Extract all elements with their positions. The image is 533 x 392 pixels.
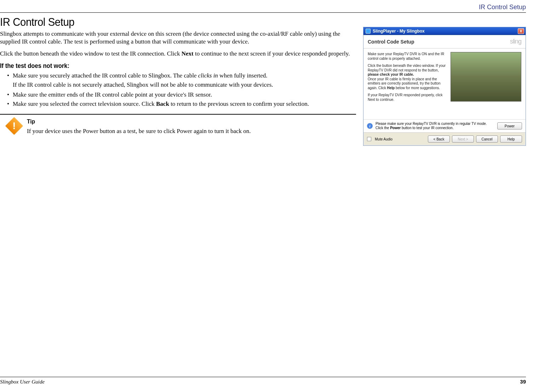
text: when fully inserted. [218,72,268,79]
cancel-button[interactable]: Cancel [476,136,498,143]
text: If your ReplayTV DVR responded properly,… [368,93,447,102]
text-bold: Power [390,126,401,130]
running-header: IR Control Setup [0,4,526,11]
list-item: Make sure you securely attached the IR c… [7,72,356,89]
dialog-button-row: Mute Audio < Back Next > Cancel Help [363,132,526,145]
text: to continue to the next screen if your d… [194,50,350,57]
app-window: SlingPlayer - My Slingbox X Control Code… [363,27,526,146]
window-title: SlingPlayer - My Slingbox [373,29,518,34]
dialog-header: Control Code Setup sling [363,35,526,48]
power-button[interactable]: Power [497,122,522,129]
tip-title: Tip [27,118,233,125]
text: Click the button beneath the video windo… [0,50,182,57]
text: Make sure your ReplayTV DVR is ON and th… [368,52,447,61]
text: Click the button beneath the video windo… [368,64,447,90]
text: below for more suggestions. [395,86,440,90]
next-button[interactable]: Next > [452,136,474,143]
text: Click the button beneath the video windo… [368,64,446,72]
text: Click the [376,126,390,130]
footer-page-number: 39 [520,379,526,385]
list-item: Make sure you selected the correct telev… [7,100,356,108]
text: Make sure you selected the correct telev… [13,100,156,107]
dialog-title: Control Code Setup [368,39,414,45]
footer-guide-name: Slingbox User Guide [0,379,45,385]
header-rule [0,12,526,13]
mute-label: Mute Audio [375,137,392,141]
dialog-body: Make sure your ReplayTV DVR is ON and th… [363,48,526,119]
intro-para-1: Slingbox attempts to communicate with yo… [0,30,356,46]
back-bold: Back [156,100,169,107]
sub-heading: If the test does not work: [0,62,328,70]
text-bold: please check your IR cable. [368,73,414,76]
close-icon[interactable]: X [518,28,524,34]
brand-logo: sling [510,38,521,45]
text: button to test your IR connection. [401,126,454,130]
tip-body: If your device uses the Power button as … [27,127,251,135]
text: Please make sure your ReplayTV DVR is cu… [376,122,487,126]
next-bold: Next [182,50,194,57]
warning-icon: ! [7,119,21,133]
text: Make sure you securely attached the IR c… [13,72,198,79]
intro-para-2: Click the button beneath the video windo… [0,50,356,58]
page-footer: Slingbox User Guide 39 [0,377,526,385]
window-titlebar[interactable]: SlingPlayer - My Slingbox X [363,27,526,35]
info-text: Please make sure your ReplayTV DVR is cu… [376,122,494,130]
app-icon [366,29,371,34]
help-button[interactable]: Help [500,136,522,143]
clicks-in-emphasis: clicks in [198,72,218,79]
back-button[interactable]: < Back [428,136,450,143]
text: to return to the previous screen to conf… [169,100,309,107]
troubleshoot-list: Make sure you securely attached the IR c… [0,72,356,108]
page-title: IR Control Setup [0,16,328,29]
info-icon: i [367,123,373,129]
tip-callout: ! Tip If your device uses the Power butt… [0,118,356,135]
mute-checkbox[interactable] [367,137,371,141]
info-row: i Please make sure your ReplayTV DVR is … [363,119,526,132]
separator-rule [0,114,356,115]
text-bold: Help [387,86,395,90]
instruction-text: Make sure your ReplayTV DVR is ON and th… [368,52,447,116]
list-item: Make sure the emitter ends of the IR con… [7,91,356,99]
video-preview [451,52,521,102]
list-item-followup: If the IR control cable is not securely … [13,81,356,89]
